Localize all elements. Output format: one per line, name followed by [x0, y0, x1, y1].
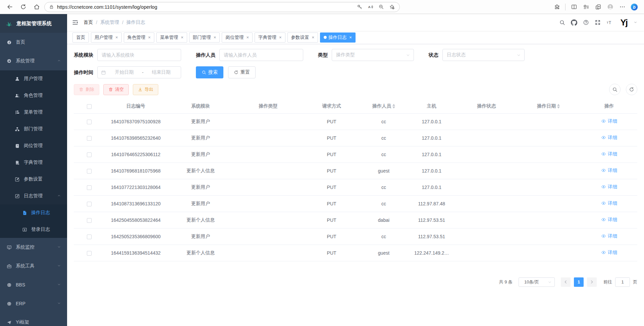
row-checkbox[interactable] — [87, 169, 92, 174]
close-tab-icon[interactable]: × — [246, 35, 249, 40]
module-input[interactable] — [97, 49, 181, 61]
row-checkbox[interactable] — [87, 136, 92, 141]
sort-caret-icon[interactable] — [557, 104, 560, 109]
close-tab-icon[interactable]: × — [349, 35, 352, 40]
sidebar-item-yi-framework[interactable]: Yi框架 — [0, 313, 67, 326]
sidebar-item-home[interactable]: 首页 — [0, 33, 67, 52]
tab-role-mgmt[interactable]: 角色管理× — [124, 32, 155, 43]
date-range-picker[interactable]: 开始日期 - 结束日期 — [97, 66, 181, 78]
column-header-operator[interactable]: 操作人员 — [361, 99, 406, 113]
sidebar-item-erp[interactable]: ERP — [0, 294, 67, 313]
tab-post-mgmt[interactable]: 岗位管理× — [222, 32, 253, 43]
row-checkbox[interactable] — [87, 218, 92, 223]
page-number-1[interactable]: 1 — [574, 277, 584, 287]
reset-button[interactable]: 重置 — [228, 66, 256, 78]
breadcrumb-item[interactable]: 首页 — [84, 19, 93, 25]
show-search-button[interactable] — [609, 84, 621, 95]
detail-link[interactable]: 详细 — [601, 200, 617, 206]
close-tab-icon[interactable]: × — [214, 35, 216, 40]
row-checkbox[interactable] — [87, 202, 92, 206]
collapse-sidebar-button[interactable] — [72, 19, 78, 26]
sidebar-item-login-log[interactable]: 登录日志 — [0, 221, 67, 238]
tab-user-mgmt[interactable]: 用户管理× — [91, 32, 122, 43]
status-select[interactable]: 日志状态 — [442, 49, 525, 61]
sidebar-item-system-monitor[interactable]: 系统监控 — [0, 238, 67, 257]
detail-link[interactable]: 详细 — [601, 168, 617, 174]
column-header-date[interactable]: 操作日期 — [516, 99, 581, 113]
sidebar-item-user-mgmt[interactable]: 用户管理 — [0, 70, 67, 87]
address-bar[interactable]: https://ccnetcore.com:1101/system/log/op… — [44, 2, 400, 12]
close-tab-icon[interactable]: × — [148, 35, 151, 40]
row-checkbox[interactable] — [87, 120, 92, 124]
star-add-button[interactable] — [387, 3, 397, 11]
prev-page-button[interactable] — [561, 277, 571, 287]
sidebar-item-post-mgmt[interactable]: 岗位管理 — [0, 137, 67, 154]
read-aloud-button[interactable]: A — [365, 3, 375, 11]
refresh-table-button[interactable] — [626, 84, 637, 95]
refresh-button[interactable] — [17, 2, 29, 12]
profile-button[interactable] — [604, 2, 616, 12]
sidebar-item-param-settings[interactable]: 参数设置 — [0, 171, 67, 188]
page-size-select[interactable]: 10条/页 — [519, 277, 555, 287]
type-select[interactable]: 操作类型 — [332, 49, 414, 61]
row-checkbox[interactable] — [87, 152, 92, 157]
github-button[interactable] — [571, 19, 577, 26]
ellipsis-button[interactable] — [616, 2, 628, 12]
extensions-button[interactable] — [551, 2, 562, 12]
close-tab-icon[interactable]: × — [312, 35, 315, 40]
close-tab-icon[interactable]: × — [115, 35, 118, 40]
home-button[interactable] — [31, 2, 42, 12]
goto-page-input[interactable] — [615, 277, 630, 287]
sidebar-item-dept-mgmt[interactable]: 部门管理 — [0, 121, 67, 137]
cell-date — [516, 113, 581, 130]
tab-menu-mgmt[interactable]: 菜单管理× — [156, 32, 187, 43]
sidebar-item-system-mgmt[interactable]: 系统管理 — [0, 52, 67, 70]
detail-link[interactable]: 详细 — [601, 233, 617, 239]
export-button[interactable]: 导出 — [133, 84, 158, 95]
collections-button[interactable] — [592, 2, 604, 12]
detail-link[interactable]: 详细 — [601, 217, 617, 223]
fullscreen-button[interactable] — [595, 19, 601, 25]
sidebar-item-system-tools[interactable]: 系统工具 — [0, 257, 67, 275]
question-button[interactable] — [583, 19, 589, 25]
row-checkbox[interactable] — [87, 185, 92, 190]
sidebar-item-log-mgmt[interactable]: 日志管理 — [0, 188, 67, 204]
search-button[interactable]: 搜索 — [196, 66, 223, 78]
close-tab-icon[interactable]: × — [181, 35, 183, 40]
avatar-dropdown-caret[interactable] — [634, 19, 637, 27]
row-checkbox[interactable] — [87, 251, 92, 256]
key-button[interactable] — [355, 3, 365, 11]
favorites-button[interactable] — [580, 2, 592, 12]
breadcrumb-item[interactable]: 系统管理 — [100, 19, 119, 25]
detail-link[interactable]: 详细 — [601, 151, 617, 157]
row-checkbox[interactable] — [87, 235, 92, 239]
split-screen-button[interactable] — [568, 2, 580, 12]
sidebar-item-oper-log[interactable]: 操作日志 — [0, 204, 67, 221]
bing-button[interactable]: b — [629, 2, 640, 12]
close-tab-icon[interactable]: × — [279, 35, 282, 40]
sidebar-item-dict-mgmt[interactable]: 字典管理 — [0, 154, 67, 171]
delete-button[interactable]: 删除 — [74, 84, 99, 95]
sidebar-item-bbs[interactable]: BBS — [0, 275, 67, 294]
tab-param-settings[interactable]: 参数设置× — [287, 32, 318, 43]
zoom-out-button[interactable] — [376, 3, 386, 11]
sidebar-item-menu-mgmt[interactable]: 菜单管理 — [0, 104, 67, 121]
search-button[interactable] — [559, 19, 565, 25]
select-all-checkbox[interactable] — [87, 104, 92, 109]
back-arrow-button[interactable] — [4, 2, 15, 12]
operator-input[interactable] — [219, 49, 303, 61]
tab-dict-mgmt[interactable]: 字典管理× — [255, 32, 285, 43]
next-page-button[interactable] — [587, 277, 597, 287]
tab-home[interactable]: 首页 — [72, 32, 89, 43]
clear-button[interactable]: 清空 — [103, 84, 129, 95]
detail-link[interactable]: 详细 — [601, 118, 617, 124]
tab-dept-mgmt[interactable]: 部门管理× — [189, 32, 220, 43]
detail-link[interactable]: 详细 — [601, 250, 617, 256]
user-avatar-logo[interactable]: Yj — [620, 18, 627, 27]
tab-oper-log[interactable]: 操作日志× — [320, 32, 356, 43]
detail-link[interactable]: 详细 — [601, 184, 617, 190]
sort-caret-icon[interactable] — [392, 104, 395, 109]
detail-link[interactable]: 详细 — [601, 135, 617, 141]
sidebar-item-role-mgmt[interactable]: 角色管理 — [0, 87, 67, 104]
fontsize-button[interactable]: TT — [606, 19, 612, 25]
